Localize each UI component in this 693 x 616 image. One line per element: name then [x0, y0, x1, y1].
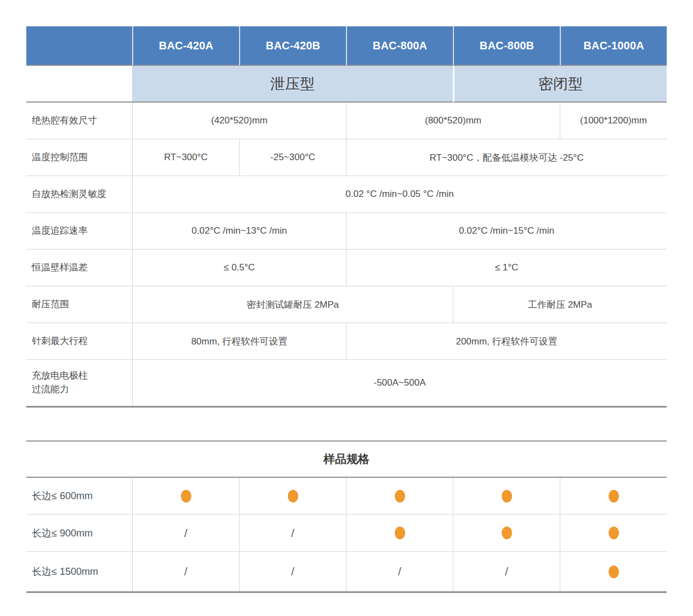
spec-table: BAC-420A BAC-420B BAC-800A BAC-800B BAC-… — [26, 26, 667, 408]
spec-value-cell: 密封测试罐耐压 2MPa — [132, 286, 453, 323]
model-header-cell: BAC-420B — [239, 26, 346, 66]
spec-value-cell: (420*520)mm — [132, 103, 346, 139]
spec-value-cell: 0.02°C /min~15°C /min — [346, 213, 667, 250]
spec-row-label: 绝热腔有效尺寸 — [26, 103, 132, 139]
spec-value-cell: -25~300°C — [239, 139, 346, 176]
spec-value-cell: 0.02°C /min~13°C /min — [132, 213, 346, 250]
sample-value-cell — [560, 515, 667, 552]
mark-icon — [288, 490, 298, 502]
spec-row-label: 温度追踪速率 — [26, 213, 132, 250]
sample-value-cell — [239, 515, 346, 552]
sample-value-cell — [346, 515, 453, 552]
spec-value-cell: RT~300°C — [132, 139, 239, 176]
sample-table-title: 样品规格 — [26, 442, 667, 478]
header-empty-cell — [26, 26, 132, 66]
sample-row-label: 长边≤ 1500mm — [26, 552, 132, 591]
mark-icon — [181, 490, 191, 502]
sample-spec-table: 样品规格 长边≤ 600mm 长边≤ 900mm 长边≤ 1500mm — [26, 440, 667, 593]
spec-row-label: 自放热检测灵敏度 — [26, 176, 132, 213]
spec-value-cell: (1000*1200)mm — [560, 103, 667, 139]
sample-value-cell — [132, 478, 239, 515]
mark-icon — [184, 527, 188, 540]
spec-value-cell: RT~300°C，配备低温模块可达 -25°C — [346, 139, 667, 176]
mark-icon — [505, 565, 508, 578]
spec-value-cell: ≤ 1°C — [346, 250, 667, 286]
spec-row-label: 耐压范围 — [26, 286, 132, 323]
mark-icon — [502, 527, 512, 539]
model-header-cell: BAC-800A — [346, 26, 453, 66]
spec-value-cell: (800*520)mm — [346, 103, 560, 139]
mark-icon — [395, 490, 405, 502]
sample-value-cell — [560, 552, 667, 591]
type-group-sealed: 密闭型 — [453, 66, 667, 103]
sample-value-cell — [453, 552, 560, 591]
spec-value-cell: 80mm, 行程软件可设置 — [132, 323, 346, 360]
mark-icon — [609, 527, 619, 539]
sample-value-cell — [453, 478, 560, 515]
spec-value-cell: 0.02 °C /min~0.05 °C /min — [132, 176, 667, 213]
spec-value-cell: 200mm, 行程软件可设置 — [346, 323, 667, 360]
spec-row-label: 恒温壁样温差 — [26, 250, 132, 286]
sample-value-cell — [346, 478, 453, 515]
mark-icon — [395, 527, 405, 539]
band-empty-cell — [26, 66, 132, 103]
sample-value-cell — [132, 515, 239, 552]
sample-row-label: 长边≤ 600mm — [26, 478, 132, 515]
mark-icon — [398, 565, 401, 578]
model-header-cell: BAC-800B — [453, 26, 560, 66]
sample-value-cell — [346, 552, 453, 591]
mark-icon — [184, 565, 188, 578]
spec-value-cell: ≤ 0.5°C — [132, 250, 346, 286]
model-header-cell: BAC-1000A — [560, 26, 667, 66]
page: BAC-420A BAC-420B BAC-800A BAC-800B BAC-… — [0, 0, 693, 616]
sample-value-cell — [132, 552, 239, 591]
spec-row-label: 温度控制范围 — [26, 139, 132, 176]
model-header-cell: BAC-420A — [132, 26, 239, 66]
spec-value-cell: -500A~500A — [132, 360, 667, 406]
sample-row-label: 长边≤ 900mm — [26, 515, 132, 552]
spec-row-label: 充放电电极柱 过流能力 — [26, 360, 132, 406]
mark-icon — [291, 527, 294, 540]
type-group-vented: 泄压型 — [132, 66, 453, 103]
spec-row-label: 针刺最大行程 — [26, 323, 132, 360]
sample-value-cell — [239, 478, 346, 515]
mark-icon — [609, 490, 619, 502]
mark-icon — [291, 565, 294, 578]
sample-value-cell — [560, 478, 667, 515]
sample-value-cell — [453, 515, 560, 552]
sample-value-cell — [239, 552, 346, 591]
mark-icon — [502, 490, 512, 502]
mark-icon — [609, 566, 619, 578]
spec-value-cell: 工作耐压 2MPa — [453, 286, 667, 323]
